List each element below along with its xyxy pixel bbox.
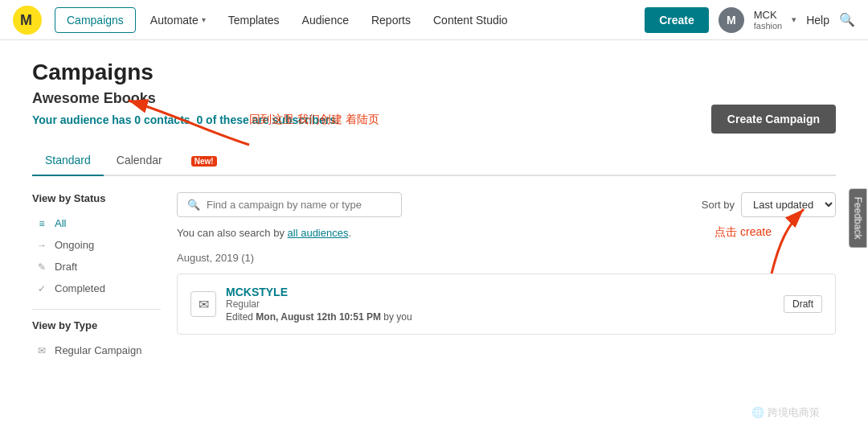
sidebar-item-regular[interactable]: ✉ Regular Campaign [32,339,161,361]
sidebar-item-ongoing[interactable]: → Ongoing [32,234,161,256]
search-box[interactable]: 🔍 [177,192,402,217]
nav-templates[interactable]: Templates [217,0,291,40]
sidebar-item-ongoing-label: Ongoing [55,239,94,251]
completed-icon: ✓ [35,283,48,294]
feedback-tab[interactable]: Feedback [850,189,867,248]
regular-campaign-icon: ✉ [35,345,48,356]
nav-right-section: Create M MCK fashion ▾ Help 🔍 [645,7,855,33]
view-by-status-title: View by Status [32,192,161,204]
account-info[interactable]: MCK fashion [754,9,782,31]
account-name: MCK [754,9,782,21]
all-audiences-link[interactable]: all audiences [288,227,349,239]
campaign-status-badge: Draft [784,295,822,313]
sidebar-item-all[interactable]: ≡ All [32,212,161,234]
create-button[interactable]: Create [645,7,709,33]
help-link[interactable]: Help [806,14,829,27]
sidebar-item-all-label: All [55,217,66,229]
nav-audience[interactable]: Audience [291,0,360,40]
view-by-type-title: View by Type [32,319,161,331]
search-filter-row: 🔍 Sort by Last updated [177,192,836,217]
sidebar: View by Status ≡ All → Ongoing ✎ Draft ✓… [32,192,177,361]
campaign-row: ✉ MCKSTYLE Regular Edited Mon, August 12… [177,274,836,335]
avatar[interactable]: M [719,7,744,33]
automate-chevron-icon: ▾ [202,15,206,24]
search-magnify-icon: 🔍 [187,199,200,211]
draft-icon: ✎ [35,261,48,273]
account-chevron-icon[interactable]: ▾ [792,14,796,25]
sidebar-item-completed[interactable]: ✓ Completed [32,278,161,299]
tabs-bar: Standard Calendar New! [32,146,836,176]
nav-content-studio[interactable]: Content Studio [422,0,519,40]
date-group-label: August, 2019 (1) [177,252,836,264]
tab-new[interactable]: New! [175,146,230,176]
also-search-text: You can also search by all audiences. [177,227,836,239]
campaign-type-icon: ✉ [190,291,216,317]
sidebar-item-completed-label: Completed [55,282,105,294]
ongoing-icon: → [35,240,48,251]
nav-campaigns[interactable]: Campaigns [55,7,136,33]
sidebar-item-draft-label: Draft [55,261,77,273]
sidebar-divider [32,309,161,310]
campaign-name[interactable]: MCKSTYLE [226,286,774,298]
new-badge: New! [191,156,217,167]
search-icon[interactable]: 🔍 [839,12,855,27]
sort-label: Sort by [702,199,735,211]
nav-reports[interactable]: Reports [360,0,422,40]
content-layout: View by Status ≡ All → Ongoing ✎ Draft ✓… [32,192,836,361]
create-campaign-button[interactable]: Create Campaign [711,105,836,134]
sidebar-item-regular-label: Regular Campaign [55,344,141,356]
tab-standard[interactable]: Standard [32,146,104,176]
main-panel: 🔍 Sort by Last updated You can also sear… [177,192,836,361]
nav-bar: M Campaigns Automate ▾ Templates Audienc… [0,0,868,40]
campaign-type: Regular [226,298,774,310]
mailchimp-logo[interactable]: M [13,6,42,35]
sidebar-item-draft[interactable]: ✎ Draft [32,256,161,278]
main-content: Create Campaign Campaigns Awesome Ebooks… [0,40,868,380]
sort-row: Sort by Last updated [702,192,836,217]
page-title: Campaigns [32,60,836,85]
campaign-edited: Edited Mon, August 12th 10:51 PM by you [226,311,774,323]
tab-calendar[interactable]: Calendar [104,146,175,176]
svg-text:M: M [20,12,32,28]
all-icon: ≡ [35,218,48,229]
nav-automate[interactable]: Automate ▾ [139,0,217,40]
sort-select[interactable]: Last updated [741,192,836,217]
account-sub: fashion [754,21,782,31]
search-input[interactable] [207,199,391,211]
campaign-info: MCKSTYLE Regular Edited Mon, August 12th… [226,286,774,323]
